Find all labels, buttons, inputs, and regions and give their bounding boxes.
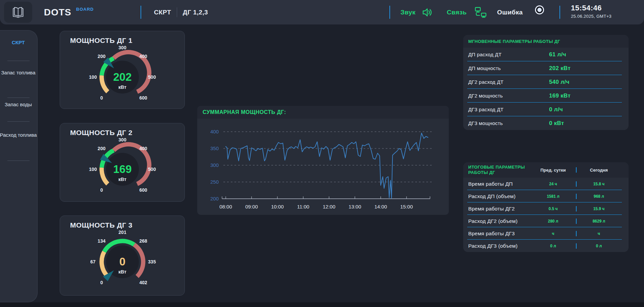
chart-panel: СУММАРНАЯ МОЩНОСТЬ ДГ: 20025030035040008…: [197, 106, 449, 215]
gauge-tick-label: 200: [98, 146, 106, 151]
y-axis-tick-label: 400: [210, 129, 219, 134]
table-row: ДП мощность202 кВт: [463, 61, 629, 75]
column-header-today: Сегодня: [576, 162, 622, 178]
logo-box[interactable]: [4, 2, 32, 23]
gauge-tick-label: 100: [89, 74, 97, 80]
x-axis-tick-label: 15:00: [400, 204, 413, 209]
x-axis-tick-label: 13:00: [348, 204, 361, 209]
x-axis-tick-label: 14:00: [374, 204, 387, 209]
y-axis-tick-label: 250: [210, 179, 219, 185]
gauge-tick-label: 0: [100, 280, 103, 285]
sound-label[interactable]: Звук: [400, 0, 416, 24]
breadcrumb-separator: [177, 7, 177, 17]
column-divider: [576, 181, 577, 187]
gauge-card-3: МОЩНОСТЬ ДГ 30671342012683354020кВт: [60, 216, 185, 296]
table-row: Расход ДГ3 (объем)0 л0 л: [463, 240, 629, 252]
row-value-prev-day: 0.5 ч: [530, 206, 576, 211]
row-value-today: 15.9 ч: [576, 206, 622, 211]
sidebar-item-1[interactable]: СКРТ: [0, 39, 37, 46]
table-row: ДГ3 расход ДТ0 л/ч: [463, 103, 629, 116]
row-value: 0 кВт: [549, 120, 564, 127]
gauge-card-1: МОЩНОСТЬ ДГ 10100200300400500600202кВт: [60, 31, 185, 109]
gauge-tick-label: 400: [140, 54, 148, 59]
row-label: ДГ3 мощность: [468, 120, 503, 126]
table-header: МГНОВЕННЫЕ ПАРАМЕТРЫ РАБОТЫ ДГ: [463, 35, 629, 48]
row-label: ДП расход ДТ: [468, 52, 501, 57]
date-display: 25.06.2025, GMT+3: [571, 14, 611, 19]
link-label[interactable]: Связь: [447, 0, 467, 24]
breadcrumb-section[interactable]: СКРТ: [154, 0, 171, 24]
row-value: 540 л/ч: [549, 79, 570, 85]
top-header: DOTS BOARD СКРТ ДГ 1,2,3 Звук Связь Ошиб…: [0, 0, 644, 24]
table-title: ИТОГОВЫЕ ПАРАМЕТРЫ РАБОТЫ ДГ: [468, 165, 529, 175]
gauge-tick-label: 300: [118, 137, 126, 142]
row-value: 169 кВт: [549, 93, 571, 99]
header-divider: [559, 6, 560, 19]
x-axis-tick-label: 10:00: [271, 204, 284, 209]
table-row: ДГ2 расход ДТ540 л/ч: [463, 75, 629, 89]
power-line-chart: 20025030035040008:0009:0010:0011:0012:00…: [197, 119, 449, 214]
table-header: ИТОГОВЫЕ ПАРАМЕТРЫ РАБОТЫ ДГ Пред. сутки…: [463, 162, 629, 178]
row-value-prev-day: 280 л: [530, 219, 576, 224]
row-value-prev-day: 0 л: [530, 244, 576, 248]
row-value-prev-day: 1581 л: [530, 194, 576, 199]
table-row: Расход ДП (объем)1581 л968 л: [463, 190, 629, 202]
network-icon[interactable]: [474, 6, 488, 20]
row-label: Расход ДП (объем): [463, 193, 530, 199]
row-label: ДП мощность: [468, 65, 501, 71]
row-value: 61 л/ч: [549, 51, 566, 58]
chart-header: СУММАРНАЯ МОЩНОСТЬ ДГ:: [197, 106, 449, 119]
y-axis-tick-label: 350: [210, 145, 219, 151]
row-value-today: ч: [576, 231, 622, 236]
instant-params-table: МГНОВЕННЫЕ ПАРАМЕТРЫ РАБОТЫ ДГ ДП расход…: [463, 35, 629, 130]
gauge-title: МОЩНОСТЬ ДГ 3: [70, 221, 132, 229]
row-label: ДГ2 мощность: [468, 93, 503, 99]
sidebar-item-2[interactable]: Запас топлива: [0, 69, 37, 76]
column-header-prev-day: Пред. сутки: [530, 162, 576, 178]
row-value: 202 кВт: [549, 65, 571, 72]
gauge-card-2: МОЩНОСТЬ ДГ 20100200300400500600169кВт: [60, 123, 185, 202]
gauge-tick-label: 100: [89, 167, 97, 172]
table-row: ДП расход ДТ61 л/ч: [463, 48, 629, 61]
error-label[interactable]: Ошибка: [497, 0, 523, 24]
speaker-icon[interactable]: [421, 6, 435, 19]
sidebar-item-4[interactable]: Расход топлива: [0, 132, 37, 138]
row-label: ДГ3 расход ДТ: [468, 107, 503, 112]
gauge-value: 169: [113, 163, 131, 175]
status-circle-indicator[interactable]: [536, 6, 543, 13]
breadcrumb-detail[interactable]: ДГ 1,2,3: [183, 0, 208, 24]
gauge-tick-label: 335: [148, 259, 156, 264]
column-divider: [576, 243, 577, 249]
gauge-tick-label: 600: [140, 187, 148, 193]
gauge-tick-label: 67: [90, 259, 96, 264]
brand: DOTS BOARD: [44, 0, 94, 24]
table-body: ДП расход ДТ61 л/чДП мощность202 кВтДГ2 …: [463, 48, 629, 130]
sidebar-item-3[interactable]: Запас воды: [0, 101, 37, 108]
y-axis-tick-label: 300: [210, 162, 219, 168]
row-label: Время работы ДГ3: [463, 231, 530, 237]
row-value: 0 л/ч: [549, 106, 563, 113]
gauge-tick-label: 200: [98, 54, 106, 59]
table-row: Время работы ДГ3чч: [463, 227, 629, 240]
gauge-unit: кВт: [118, 177, 126, 182]
row-label: Время работы ДП: [463, 181, 530, 187]
app-subtitle: BOARD: [76, 7, 94, 12]
header-divider: [389, 6, 390, 19]
sidebar-divider: [7, 98, 30, 98]
gauge-tick-label: 268: [140, 238, 148, 244]
gauge-dial: 0100200300400500600202кВт: [82, 45, 163, 108]
row-value-prev-day: 24 ч: [530, 182, 576, 186]
table-row: Расход ДГ2 (объем)280 л8629 л: [463, 215, 629, 227]
sidebar: СКРТЗапас топливаЗапас водыРасход топлив…: [0, 30, 38, 302]
y-axis-tick-label: 200: [210, 196, 219, 201]
gauge-value: 0: [119, 255, 125, 268]
gauge-dial: 0671342012683354020кВт: [82, 230, 163, 293]
sidebar-divider: [7, 61, 30, 61]
gauge-tick-label: 500: [148, 167, 156, 172]
row-label: Расход ДГ2 (объем): [463, 218, 530, 224]
row-label: ДГ2 расход ДТ: [468, 79, 503, 85]
gauge-tick-label: 0: [100, 95, 103, 101]
sidebar-divider: [7, 121, 30, 122]
row-value-today: 968 л: [576, 194, 622, 199]
gauge-tick-label: 400: [140, 146, 148, 151]
